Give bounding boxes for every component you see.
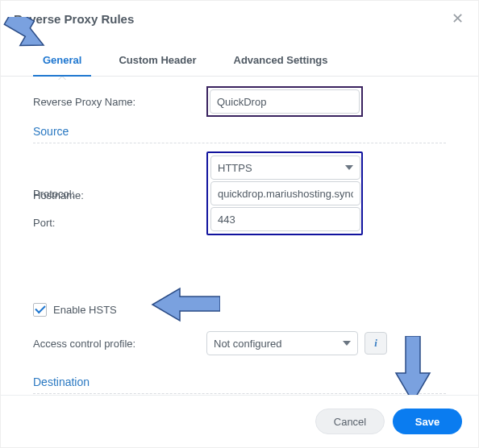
source-protocol-select[interactable]: HTTPS: [210, 156, 360, 180]
tab-general[interactable]: General: [33, 46, 91, 76]
enable-hsts-checkbox[interactable]: [33, 303, 47, 317]
source-port-label: Port:: [33, 217, 206, 229]
source-port-input[interactable]: [210, 207, 360, 231]
acp-value: Not configured: [214, 338, 282, 350]
info-icon[interactable]: i: [364, 332, 387, 355]
chevron-down-icon: [343, 341, 351, 346]
annotation-name-box: [206, 86, 363, 117]
chevron-down-icon: [345, 165, 353, 170]
tab-custom-header[interactable]: Custom Header: [109, 46, 206, 76]
annotation-source-box: HTTPS: [206, 151, 363, 235]
destination-section-title: Destination: [33, 367, 446, 392]
source-section-title: Source: [33, 117, 446, 141]
name-label: Reverse Proxy Name:: [33, 96, 206, 108]
window-title: Reverse Proxy Rules: [14, 12, 134, 26]
reverse-proxy-name-input[interactable]: [210, 89, 360, 114]
acp-label: Access control profile:: [33, 338, 206, 350]
source-protocol-value: HTTPS: [218, 162, 252, 174]
close-icon[interactable]: ✕: [449, 10, 465, 27]
source-hostname-label: Hostname:: [33, 189, 206, 201]
source-hostname-input[interactable]: [210, 181, 360, 205]
divider: [33, 393, 446, 394]
save-button[interactable]: Save: [393, 409, 462, 434]
cancel-button[interactable]: Cancel: [315, 409, 385, 434]
tab-advanced-settings[interactable]: Advanced Settings: [224, 46, 338, 76]
access-control-profile-select[interactable]: Not configured: [206, 331, 358, 355]
divider: [33, 143, 446, 143]
enable-hsts-label: Enable HSTS: [53, 304, 117, 316]
